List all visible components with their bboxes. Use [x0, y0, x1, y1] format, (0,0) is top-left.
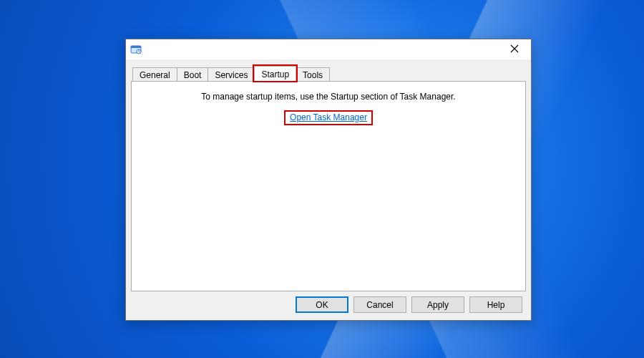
- open-task-manager-link[interactable]: Open Task Manager: [290, 112, 367, 122]
- client-area: General Boot Services Startup Tools To m…: [131, 65, 526, 291]
- close-icon: [510, 44, 519, 55]
- ok-button[interactable]: OK: [296, 296, 348, 313]
- help-button[interactable]: Help: [469, 296, 522, 313]
- apply-button[interactable]: Apply: [411, 296, 464, 313]
- desktop-wallpaper: General Boot Services Startup Tools To m…: [0, 0, 644, 358]
- tab-services[interactable]: Services: [208, 67, 255, 82]
- startup-message: To manage startup items, use the Startup…: [132, 92, 525, 102]
- tab-boot[interactable]: Boot: [177, 67, 209, 82]
- msconfig-window: General Boot Services Startup Tools To m…: [125, 39, 532, 321]
- tab-startup[interactable]: Startup: [254, 66, 296, 81]
- tab-general[interactable]: General: [132, 67, 177, 82]
- open-task-manager-highlight: Open Task Manager: [284, 110, 373, 125]
- button-row: OK Cancel Apply Help: [296, 296, 522, 313]
- msconfig-icon: [130, 44, 142, 55]
- close-button[interactable]: [499, 40, 530, 59]
- titlebar[interactable]: [126, 39, 531, 59]
- cancel-button[interactable]: Cancel: [353, 296, 406, 313]
- tab-tools[interactable]: Tools: [296, 67, 330, 82]
- tab-page-startup: To manage startup items, use the Startup…: [131, 81, 526, 291]
- tab-strip: General Boot Services Startup Tools: [131, 65, 526, 81]
- svg-rect-1: [131, 46, 141, 48]
